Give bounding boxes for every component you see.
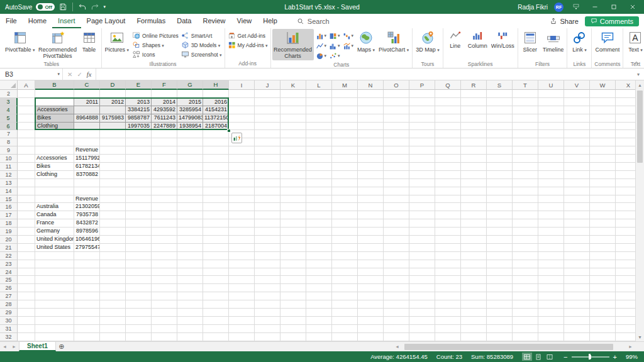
- cell-B8[interactable]: [35, 138, 74, 146]
- cell-D6[interactable]: [100, 123, 126, 131]
- cell-V9[interactable]: [564, 146, 590, 155]
- cell-F31[interactable]: [152, 325, 177, 333]
- cell-B3[interactable]: [35, 98, 74, 106]
- cell-A25[interactable]: [18, 276, 35, 284]
- cell-J13[interactable]: [255, 179, 280, 187]
- cell-M3[interactable]: [332, 98, 358, 106]
- cell-N2[interactable]: [358, 90, 384, 98]
- cell-L10[interactable]: [306, 155, 332, 163]
- cell-M25[interactable]: [332, 276, 358, 284]
- cell-E14[interactable]: [126, 187, 152, 195]
- cell-O19[interactable]: [384, 228, 409, 236]
- cell-K31[interactable]: [280, 325, 306, 333]
- cell-S20[interactable]: [487, 236, 513, 244]
- cell-N19[interactable]: [358, 228, 384, 236]
- cell-N22[interactable]: [358, 252, 384, 260]
- cell-Q6[interactable]: [435, 123, 461, 131]
- cell-M19[interactable]: [332, 228, 358, 236]
- cell-F4[interactable]: 4293592: [152, 106, 177, 114]
- cell-G9[interactable]: [177, 146, 203, 155]
- cell-R10[interactable]: [461, 155, 487, 163]
- cell-D9[interactable]: [100, 146, 126, 155]
- cell-H7[interactable]: [203, 130, 229, 138]
- cell-J19[interactable]: [255, 228, 280, 236]
- cell-O20[interactable]: [384, 236, 409, 244]
- cell-R26[interactable]: [461, 284, 487, 292]
- cell-D11[interactable]: [100, 163, 126, 171]
- cell-T2[interactable]: [513, 90, 538, 98]
- cell-L15[interactable]: [306, 195, 332, 204]
- cell-H21[interactable]: [203, 244, 229, 252]
- normal-view-button[interactable]: [522, 353, 532, 361]
- cell-O27[interactable]: [384, 292, 409, 300]
- 3d-map-button[interactable]: 3D Map ▾: [414, 29, 441, 60]
- cell-C26[interactable]: [74, 284, 100, 292]
- cell-O28[interactable]: [384, 300, 409, 309]
- cell-L21[interactable]: [306, 244, 332, 252]
- cell-A4[interactable]: [18, 106, 35, 114]
- cell-S27[interactable]: [487, 292, 513, 300]
- cell-T29[interactable]: [513, 309, 538, 317]
- cell-M13[interactable]: [332, 179, 358, 187]
- cell-I23[interactable]: [229, 260, 255, 268]
- cell-K9[interactable]: [280, 146, 306, 155]
- cell-C18[interactable]: 8432872: [74, 219, 100, 228]
- cell-S13[interactable]: [487, 179, 513, 187]
- row-header-10[interactable]: 10: [0, 155, 18, 163]
- cell-M26[interactable]: [332, 284, 358, 292]
- cell-L28[interactable]: [306, 300, 332, 309]
- cell-O5[interactable]: [384, 114, 409, 123]
- cell-T3[interactable]: [513, 98, 538, 106]
- cell-K23[interactable]: [280, 260, 306, 268]
- cell-T13[interactable]: [513, 179, 538, 187]
- cell-I6[interactable]: [229, 123, 255, 131]
- cell-H25[interactable]: [203, 276, 229, 284]
- cell-C11[interactable]: 61782134: [74, 163, 100, 171]
- cell-A26[interactable]: [18, 284, 35, 292]
- cell-P30[interactable]: [409, 317, 435, 325]
- cell-J15[interactable]: [255, 195, 280, 204]
- cell-W6[interactable]: [590, 123, 616, 131]
- cell-C29[interactable]: [74, 309, 100, 317]
- scroll-left-icon[interactable]: ◄: [392, 344, 402, 349]
- cell-A9[interactable]: [18, 146, 35, 155]
- cell-U27[interactable]: [538, 292, 564, 300]
- cell-Q2[interactable]: [435, 90, 461, 98]
- cell-U14[interactable]: [538, 187, 564, 195]
- cell-O8[interactable]: [384, 138, 409, 146]
- cell-W12[interactable]: [590, 171, 616, 179]
- cell-W13[interactable]: [590, 179, 616, 187]
- cell-F20[interactable]: [152, 236, 177, 244]
- cell-M18[interactable]: [332, 219, 358, 228]
- cell-U2[interactable]: [538, 90, 564, 98]
- cell-T9[interactable]: [513, 146, 538, 155]
- comment-button[interactable]: Comment: [593, 29, 621, 60]
- cell-R3[interactable]: [461, 98, 487, 106]
- cell-S14[interactable]: [487, 187, 513, 195]
- cell-T6[interactable]: [513, 123, 538, 131]
- cell-P2[interactable]: [409, 90, 435, 98]
- cell-G12[interactable]: [177, 171, 203, 179]
- cell-T28[interactable]: [513, 300, 538, 309]
- cell-O15[interactable]: [384, 195, 409, 204]
- search-box[interactable]: Search: [297, 14, 330, 28]
- cell-U4[interactable]: [538, 106, 564, 114]
- cell-U13[interactable]: [538, 179, 564, 187]
- cell-T20[interactable]: [513, 236, 538, 244]
- cell-R17[interactable]: [461, 211, 487, 219]
- cell-M23[interactable]: [332, 260, 358, 268]
- cell-U11[interactable]: [538, 163, 564, 171]
- cell-O32[interactable]: [384, 333, 409, 341]
- cell-M10[interactable]: [332, 155, 358, 163]
- cell-Q31[interactable]: [435, 325, 461, 333]
- cell-R32[interactable]: [461, 333, 487, 341]
- cell-R8[interactable]: [461, 138, 487, 146]
- cell-P16[interactable]: [409, 203, 435, 211]
- cell-O30[interactable]: [384, 317, 409, 325]
- cell-P11[interactable]: [409, 163, 435, 171]
- cell-B7[interactable]: [35, 130, 74, 138]
- cell-G15[interactable]: [177, 195, 203, 204]
- cell-A21[interactable]: [18, 244, 35, 252]
- cell-T11[interactable]: [513, 163, 538, 171]
- cell-N17[interactable]: [358, 211, 384, 219]
